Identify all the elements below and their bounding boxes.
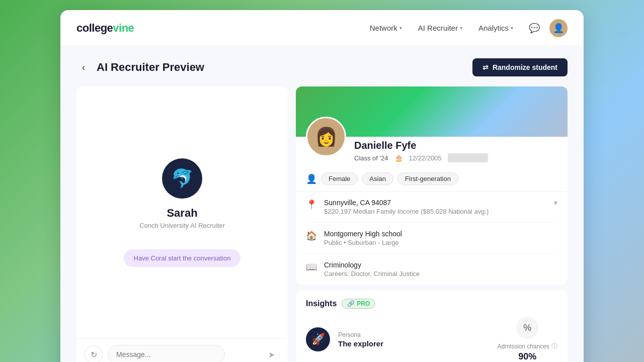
randomize-icon: ⇄ [482,63,489,71]
chat-panel: 🐬 Sarah Conch University AI Recruiter Ha… [76,86,288,362]
student-meta: Danielle Fyfe Class of '24 🎂 12/22/2005 [354,137,488,162]
back-icon: ‹ [82,62,85,73]
randomize-student-button[interactable]: ⇄ Randomize student [472,58,568,76]
placeholder-bar [448,153,488,162]
tag-female: Female [321,172,358,185]
school-content: Montgomery High school Public • Suburban… [324,230,557,246]
persona-label: Persona [338,331,490,338]
logo[interactable]: collegevine [76,22,134,35]
message-input[interactable] [108,345,225,362]
message-input-wrapper: ➤ [108,345,280,362]
insights-card: Insights 🔗 PRO 🚀 Persona The explorer [296,291,568,362]
school-main: Montgomery High school [324,230,557,238]
person-icon: 👤 [306,173,317,185]
message-icon: 💬 [529,23,540,34]
insights-title: Insights [306,299,337,308]
birthday-icon: 🎂 [394,154,403,162]
location-icon: 📍 [306,199,317,210]
student-sub-row: Class of '24 🎂 12/22/2005 [354,153,488,162]
chevron-down-icon: ▾ [399,25,402,31]
chat-footer: ↻ ➤ [76,338,288,362]
start-conversation-label: Have Coral start the conversation [134,254,231,262]
send-button[interactable]: ➤ [268,350,275,359]
percent-icon: % [523,323,531,333]
app-container: collegevine Network ▾ AI Recruiter ▾ Ana… [60,10,584,362]
student-photo: 👩 [306,117,346,157]
pro-badge: 🔗 PRO [342,299,375,309]
nav-link-analytics-label: Analytics [478,24,509,32]
ai-name: Sarah [167,207,197,220]
persona-info: Persona The explorer [338,331,490,348]
major-main: Criminology [324,261,557,269]
admission-icon: % [516,317,538,339]
insights-row: 🚀 Persona The explorer % Admission chanc… [306,317,557,362]
ai-avatar: 🐬 [162,158,202,199]
nav-link-ai-recruiter[interactable]: AI Recruiter ▾ [418,24,462,32]
link-icon: 🔗 [347,300,355,307]
dolphin-icon: 🐬 [171,168,194,189]
nav-link-network[interactable]: Network ▾ [370,24,402,32]
nav-link-ai-recruiter-label: AI Recruiter [418,24,458,32]
main-content: ‹ AI Recruiter Preview ⇄ Randomize stude… [60,46,584,362]
logo-text1: college [76,22,113,34]
ai-subtitle: Conch University AI Recruiter [139,222,225,229]
back-button[interactable]: ‹ [76,60,91,74]
student-info-row: 👩 Danielle Fyfe Class of '24 🎂 12/22/200… [296,137,568,170]
nav-link-network-label: Network [370,24,397,32]
avatar-image: 👤 [553,23,564,34]
navigation: collegevine Network ▾ AI Recruiter ▾ Ana… [60,10,584,46]
admission-box: % Admission chances ⓘ 90% [498,317,557,362]
panels: 🐬 Sarah Conch University AI Recruiter Ha… [76,86,568,362]
refresh-button[interactable]: ↻ [85,345,103,362]
randomize-label: Randomize student [493,63,557,71]
book-icon: 📖 [306,261,317,273]
pro-label: PRO [357,300,370,307]
class-badge: Class of '24 [354,154,388,162]
location-content: Sunnyville, CA 94087 $220,197 Median Fam… [324,199,547,215]
logo-text2: vine [113,22,134,34]
persona-name: The explorer [338,339,490,348]
major-content: Criminology Careers: Doctor, Criminal Ju… [324,261,557,278]
nav-links: Network ▾ AI Recruiter ▾ Analytics ▾ [370,24,513,32]
location-main: Sunnyville, CA 94087 [324,199,547,207]
nav-icons: 💬 👤 [525,19,568,37]
student-panel: 👩 Danielle Fyfe Class of '24 🎂 12/22/200… [296,86,568,362]
nav-link-analytics[interactable]: Analytics ▾ [478,24,513,32]
tag-first-generation: First-generation [397,172,458,185]
student-avatar-image: 👩 [315,126,338,147]
admission-percentage: 90% [518,351,536,362]
admission-label: Admission chances ⓘ [498,342,557,350]
chevron-down-icon: ▾ [460,25,462,31]
page-title: AI Recruiter Preview [97,61,472,74]
insights-header: Insights 🔗 PRO [306,299,557,309]
location-row: 📍 Sunnyville, CA 94087 $220,197 Median F… [306,192,557,223]
major-sub: Careers: Doctor, Criminal Justice [324,270,557,278]
birthday-date: 12/22/2005 [409,154,442,162]
admission-label-text: Admission chances [498,343,549,350]
location-sub: $220,197 Median Family Income ($85,028 N… [324,208,547,215]
tag-asian: Asian [362,172,393,185]
rocket-icon: 🚀 [311,333,325,346]
location-chevron-down-icon[interactable]: ▾ [554,199,557,207]
chevron-down-icon: ▾ [511,25,513,31]
info-section: 📍 Sunnyville, CA 94087 $220,197 Median F… [296,191,568,285]
major-row: 📖 Criminology Careers: Doctor, Criminal … [306,254,557,285]
student-name: Danielle Fyfe [354,140,488,151]
start-conversation-button[interactable]: Have Coral start the conversation [124,249,241,267]
page-header: ‹ AI Recruiter Preview ⇄ Randomize stude… [76,58,568,76]
school-row: 🏠 Montgomery High school Public • Suburb… [306,223,557,254]
messages-button[interactable]: 💬 [525,19,543,37]
refresh-icon: ↻ [91,350,97,359]
info-icon: ⓘ [551,342,557,350]
school-icon: 🏠 [306,230,317,241]
chat-body: 🐬 Sarah Conch University AI Recruiter Ha… [76,86,288,338]
send-icon: ➤ [268,350,275,359]
student-card: 👩 Danielle Fyfe Class of '24 🎂 12/22/200… [296,86,568,285]
tags-row: 👤 Female Asian First-generation [296,170,568,191]
persona-avatar: 🚀 [306,327,330,351]
user-avatar[interactable]: 👤 [549,19,568,37]
school-sub: Public • Suburban - Large [324,239,557,246]
